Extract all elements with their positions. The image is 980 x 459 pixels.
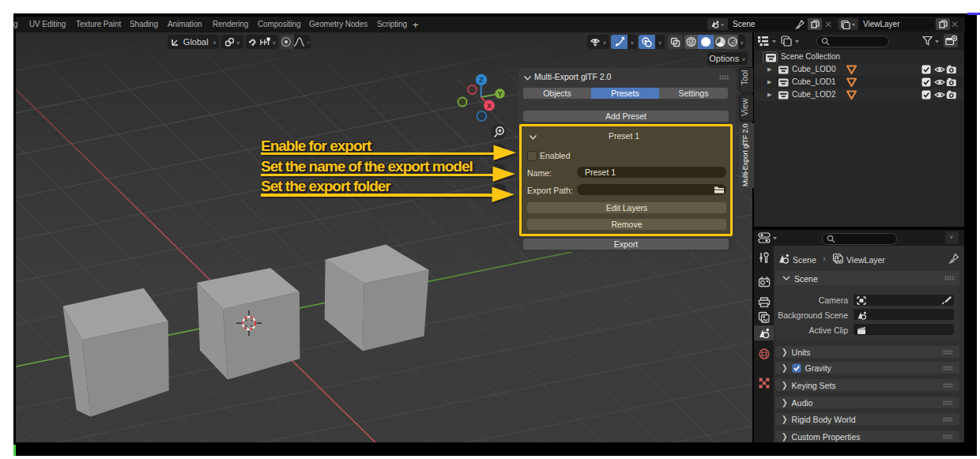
svg-text:Y: Y	[498, 90, 503, 98]
svg-text:Z: Z	[479, 76, 484, 84]
svg-text:X: X	[487, 102, 492, 110]
